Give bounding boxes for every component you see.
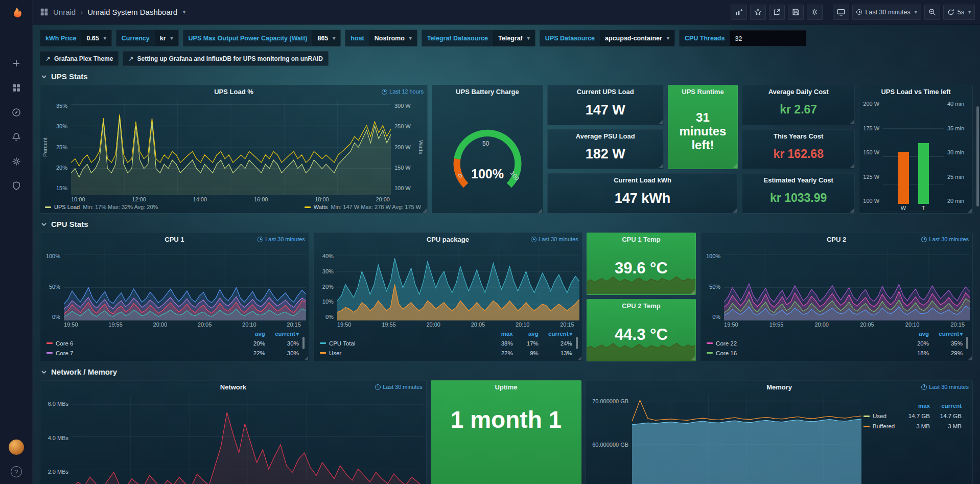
cpu-1-chart[interactable]: [64, 247, 306, 320]
alerting-bell-icon[interactable]: [0, 125, 33, 149]
section-network-memory[interactable]: Network / Memory: [41, 367, 973, 376]
variable-currency[interactable]: Currencykr▾: [116, 30, 179, 47]
legend-scrollbar[interactable]: [302, 337, 305, 349]
legend-series-toggle[interactable]: Core 6: [46, 340, 237, 347]
legend-series-toggle[interactable]: User: [320, 350, 487, 356]
dashboards-icon[interactable]: [0, 76, 33, 100]
axis-tick: 100 W: [860, 198, 879, 204]
dashboard-switch-caret-icon[interactable]: ▾: [183, 9, 185, 15]
page-scrollbar[interactable]: [976, 106, 979, 206]
variable-telegraf-datasource[interactable]: Telegraf DatasourceTelegraf▾: [422, 30, 535, 47]
variable-host[interactable]: hostNostromo▾: [345, 30, 417, 47]
cycle-view-mode-button[interactable]: [833, 5, 849, 20]
legend-header-avg[interactable]: avg: [237, 331, 265, 337]
panel-title[interactable]: UPS Load vs Time left: [881, 88, 950, 96]
panel-time-range[interactable]: Last 30 minutes: [921, 236, 969, 242]
link-ups-monitoring-guide[interactable]: ↗Setting up Grafana and InfluxDB for UPS…: [123, 51, 328, 66]
configuration-gear-icon[interactable]: [0, 149, 33, 174]
legend-series-toggle[interactable]: CPU Total: [320, 340, 487, 347]
panel-time-range[interactable]: Last 30 minutes: [258, 236, 305, 242]
legend-series-toggle[interactable]: UPS LoadMin: 17% Max: 32% Avg: 20%: [45, 204, 158, 210]
panel-title[interactable]: UPS Battery Charge: [456, 88, 519, 96]
explore-compass-icon[interactable]: [0, 100, 33, 125]
panel-title[interactable]: Average PSU Load: [576, 132, 635, 140]
legend-series-toggle[interactable]: WattsMin: 147 W Max: 278 W Avg: 175 W: [305, 204, 421, 210]
server-admin-shield-icon[interactable]: [0, 174, 33, 198]
share-button[interactable]: [769, 5, 785, 20]
caret-down-icon: ▾: [104, 35, 106, 41]
help-icon[interactable]: ?: [0, 459, 33, 484]
zoom-out-button[interactable]: [924, 5, 940, 20]
section-ups-stats[interactable]: UPS Stats: [41, 72, 973, 81]
section-cpu-stats[interactable]: CPU Stats: [41, 220, 973, 228]
panel-title[interactable]: Network: [220, 383, 246, 391]
legend-header-current[interactable]: current▾: [929, 331, 963, 337]
axis-tick: 19:55: [769, 321, 784, 328]
legend-header-current[interactable]: current: [930, 403, 962, 409]
star-button[interactable]: [750, 5, 766, 20]
series-color-swatch: [864, 416, 870, 417]
link-grafana-plex-theme[interactable]: ↗Grafana Plex Theme: [40, 51, 119, 66]
panel-title[interactable]: Current Load kWh: [614, 176, 671, 184]
network-chart[interactable]: [72, 395, 424, 484]
panel-title[interactable]: CPU 2: [827, 236, 846, 243]
panel-title[interactable]: Uptime: [495, 383, 517, 391]
cpu-threads-input[interactable]: [730, 30, 806, 47]
axis-tick: 19:55: [108, 321, 123, 328]
add-panel-button[interactable]: [731, 5, 747, 20]
panel-title[interactable]: This Years Cost: [774, 132, 823, 140]
legend-scrollbar[interactable]: [966, 337, 968, 349]
panel-title[interactable]: UPS Runtime: [682, 88, 724, 96]
grafana-logo[interactable]: [0, 0, 33, 29]
legend-series-toggle[interactable]: Buffered: [864, 423, 899, 429]
axis-tick: 4.0 MBs: [41, 435, 68, 441]
save-button[interactable]: [788, 5, 804, 20]
legend-series-toggle[interactable]: Core 7: [46, 350, 237, 356]
legend-row: Core 16 18% 29%: [707, 348, 963, 358]
legend-header-max[interactable]: max: [899, 403, 930, 409]
legend-header-current[interactable]: current▾: [539, 331, 572, 337]
panel-title[interactable]: CPU 2 Temp: [622, 302, 661, 310]
breadcrumb-dashboard-title[interactable]: Unraid System Dashboard: [87, 8, 177, 16]
memory-chart[interactable]: [632, 395, 861, 484]
legend-series-toggle[interactable]: Core 16: [707, 350, 900, 356]
user-avatar[interactable]: [0, 435, 33, 459]
panel-time-range[interactable]: Last 12 hours: [382, 88, 424, 95]
dashboard-settings-button[interactable]: [807, 5, 823, 20]
panel-time-range[interactable]: Last 30 minutes: [375, 384, 423, 390]
panel-title[interactable]: Memory: [766, 383, 792, 391]
legend-header-avg[interactable]: avg: [900, 331, 929, 337]
ups-bar-chart[interactable]: W T: [883, 101, 944, 212]
panel-time-range[interactable]: Last 30 minutes: [531, 236, 578, 242]
legend-header-max[interactable]: max: [487, 331, 513, 337]
variable-ups-datasource[interactable]: UPS Datasourceapcupsd-container▾: [540, 30, 675, 47]
legend: avg current▾ Core 22 20% 35%: [702, 329, 970, 360]
panel-title[interactable]: Current UPS Load: [577, 88, 634, 96]
time-range-picker[interactable]: Last 30 minutes ▾: [852, 5, 921, 20]
cpu-package-chart[interactable]: [337, 247, 579, 320]
panel-time-range[interactable]: Last 30 minutes: [921, 384, 969, 390]
axis-tick: 20:15: [950, 321, 965, 328]
ups-load-chart[interactable]: [71, 99, 391, 195]
caret-down-icon: ▾: [409, 35, 412, 41]
panel-title[interactable]: UPS Load %: [214, 88, 253, 96]
cpu-2-chart[interactable]: [724, 247, 970, 320]
panel-title[interactable]: CPU 1: [165, 236, 184, 243]
panel-title[interactable]: CPU package: [427, 236, 469, 243]
panel-title[interactable]: CPU 1 Temp: [622, 236, 661, 243]
temp-sparkline: [587, 273, 695, 294]
legend-series-toggle[interactable]: Core 22: [707, 340, 900, 347]
panel-title[interactable]: Average Daily Cost: [768, 88, 829, 96]
legend-header-current[interactable]: current▾: [265, 331, 299, 337]
panel-title[interactable]: Estimated Yearly Cost: [764, 176, 833, 184]
legend-scrollbar[interactable]: [576, 337, 578, 349]
axis-tick: 10:00: [71, 196, 85, 202]
refresh-button[interactable]: 5s ▾: [943, 5, 975, 20]
create-icon[interactable]: [0, 51, 33, 76]
axis-tick: 20 min: [947, 198, 970, 204]
legend-series-toggle[interactable]: Used: [864, 413, 899, 419]
variable-kwh-price[interactable]: kWh Price0.65▾: [40, 30, 112, 47]
variable-ups-max-output[interactable]: UPS Max Output Power Capacity (Watt)865▾: [183, 30, 341, 47]
legend-header-avg[interactable]: avg: [513, 331, 539, 337]
breadcrumb-folder[interactable]: Unraid: [53, 8, 76, 16]
